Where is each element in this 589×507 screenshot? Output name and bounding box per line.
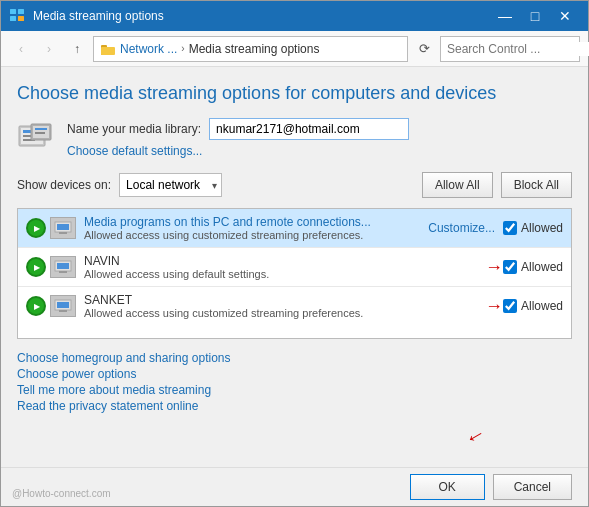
device-list: Media programs on this PC and remote con… (17, 208, 572, 339)
red-arrow-2: → (485, 296, 503, 317)
device-icon-1 (50, 256, 76, 278)
device-info-2: SANKET Allowed access using customized s… (84, 293, 495, 319)
device-name-1[interactable]: NAVIN (84, 254, 495, 268)
device-status-icon-0 (26, 217, 76, 239)
svg-rect-19 (57, 263, 69, 269)
power-options-link[interactable]: Choose power options (17, 367, 136, 381)
show-devices-label: Show devices on: (17, 178, 111, 192)
bottom-links: Choose homegroup and sharing options Cho… (17, 351, 572, 413)
svg-rect-3 (18, 16, 24, 21)
homegroup-link[interactable]: Choose homegroup and sharing options (17, 351, 230, 365)
minimize-button[interactable]: — (490, 1, 520, 31)
search-input[interactable] (447, 42, 589, 56)
library-label: Name your media library: (67, 122, 201, 136)
allowed-label-1: Allowed (521, 260, 563, 274)
device-icon-2 (50, 295, 76, 317)
svg-rect-22 (57, 302, 69, 308)
svg-rect-1 (18, 9, 24, 14)
library-section: Name your media library: Choose default … (17, 118, 572, 158)
svg-rect-14 (35, 132, 45, 134)
svg-rect-17 (59, 232, 67, 234)
svg-rect-13 (35, 128, 47, 130)
privacy-link[interactable]: Read the privacy statement online (17, 399, 198, 413)
device-allowed-1: Allowed (503, 260, 563, 274)
ok-arrow-container: ↓ (17, 423, 572, 449)
play-icon-2 (26, 296, 46, 316)
library-icon (17, 118, 57, 158)
allowed-label-2: Allowed (521, 299, 563, 313)
device-desc-1: Allowed access using default settings. (84, 268, 495, 280)
main-content: Choose media streaming options for compu… (1, 67, 588, 467)
device-info-0: Media programs on this PC and remote con… (84, 215, 420, 241)
nav-bar: ‹ › ↑ Network ... › Media streaming opti… (1, 31, 588, 67)
allowed-label-0: Allowed (521, 221, 563, 235)
up-button[interactable]: ↑ (65, 37, 89, 61)
breadcrumb: Network ... › Media streaming options (93, 36, 408, 62)
title-bar-icon (9, 7, 25, 26)
allowed-checkbox-0[interactable] (503, 221, 517, 235)
table-row: SANKET Allowed access using customized s… (18, 287, 571, 325)
title-bar-controls: — □ ✕ (490, 1, 580, 31)
device-icon-0 (50, 217, 76, 239)
red-arrow-1: → (485, 257, 503, 278)
device-allowed-0: Allowed (503, 221, 563, 235)
block-all-button[interactable]: Block All (501, 172, 572, 198)
table-row: NAVIN Allowed access using default setti… (18, 248, 571, 287)
device-name-2[interactable]: SANKET (84, 293, 495, 307)
close-button[interactable]: ✕ (550, 1, 580, 31)
library-name-input[interactable] (209, 118, 409, 140)
svg-rect-20 (59, 271, 67, 273)
maximize-button[interactable]: □ (520, 1, 550, 31)
allowed-checkbox-2[interactable] (503, 299, 517, 313)
svg-rect-2 (10, 16, 16, 21)
forward-button[interactable]: › (37, 37, 61, 61)
choose-defaults-link[interactable]: Choose default settings... (67, 144, 409, 158)
device-name-0[interactable]: Media programs on this PC and remote con… (84, 215, 420, 229)
title-bar-title: Media streaming options (33, 9, 482, 23)
refresh-button[interactable]: ⟳ (412, 37, 436, 61)
library-details: Name your media library: Choose default … (67, 118, 409, 158)
svg-rect-23 (59, 310, 67, 312)
local-network-dropdown-wrap: Local network All networks (119, 173, 222, 197)
media-streaming-link[interactable]: Tell me more about media streaming (17, 383, 211, 397)
cancel-button[interactable]: Cancel (493, 474, 572, 500)
breadcrumb-separator: › (181, 43, 184, 54)
breadcrumb-network[interactable]: Network ... (120, 42, 177, 56)
watermark: @Howto-connect.com (12, 488, 111, 499)
device-desc-2: Allowed access using customized streamin… (84, 307, 495, 319)
window: Media streaming options — □ ✕ ‹ › ↑ Netw… (0, 0, 589, 507)
page-title: Choose media streaming options for compu… (17, 83, 572, 104)
svg-rect-0 (10, 9, 16, 14)
footer: OK Cancel (1, 467, 588, 506)
device-allowed-2: Allowed (503, 299, 563, 313)
device-status-icon-1 (26, 256, 76, 278)
title-bar: Media streaming options — □ ✕ (1, 1, 588, 31)
device-info-1: NAVIN Allowed access using default setti… (84, 254, 495, 280)
play-icon-0 (26, 218, 46, 238)
breadcrumb-current: Media streaming options (189, 42, 320, 56)
svg-rect-5 (101, 47, 115, 55)
local-network-dropdown[interactable]: Local network All networks (119, 173, 222, 197)
device-desc-0: Allowed access using customized streamin… (84, 229, 420, 241)
show-devices-row: Show devices on: Local network All netwo… (17, 172, 572, 198)
play-icon-1 (26, 257, 46, 277)
red-arrow-ok: ↓ (462, 425, 490, 448)
folder-icon (100, 41, 116, 57)
ok-button[interactable]: OK (410, 474, 485, 500)
customize-link-0[interactable]: Customize... (428, 221, 495, 235)
table-row: Media programs on this PC and remote con… (18, 209, 571, 248)
back-button[interactable]: ‹ (9, 37, 33, 61)
device-status-icon-2 (26, 295, 76, 317)
svg-rect-16 (57, 224, 69, 230)
allow-all-button[interactable]: Allow All (422, 172, 493, 198)
search-box: 🔍 (440, 36, 580, 62)
allowed-checkbox-1[interactable] (503, 260, 517, 274)
